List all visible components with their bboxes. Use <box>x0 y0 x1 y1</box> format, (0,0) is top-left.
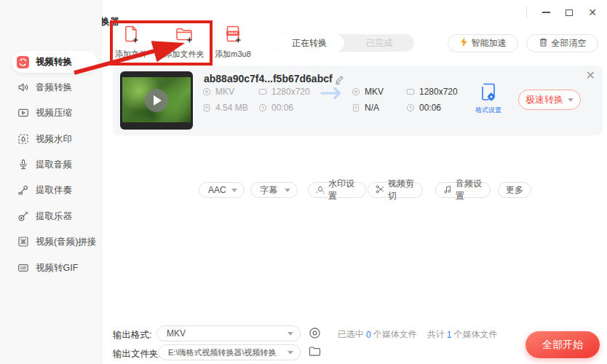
chevron-down-icon <box>285 189 290 192</box>
chevron-down-icon <box>568 98 574 102</box>
transfer-arrow-icon <box>320 86 343 103</box>
extract-instrument-icon <box>17 210 29 223</box>
video-cut-button[interactable]: 视频剪切 <box>368 182 423 198</box>
tab-completed[interactable]: 已完成 <box>344 34 414 52</box>
open-folder-icon[interactable] <box>309 346 321 360</box>
subtitle-dropdown[interactable]: 字幕 <box>250 182 298 198</box>
format-target-icon[interactable] <box>309 327 321 342</box>
quick-convert-label: 极速转换 <box>525 93 563 106</box>
video-cut-label: 视频剪切 <box>388 178 415 202</box>
chevron-down-icon <box>231 189 237 192</box>
sidebar-item-video-audio-merge[interactable]: 视频(音频)拼接 <box>12 231 98 253</box>
output-format-dropdown[interactable]: MKV <box>156 325 301 341</box>
play-button[interactable] <box>145 89 168 112</box>
lightning-icon <box>460 37 468 50</box>
queue-tabs: 正在转换 已完成 <box>274 34 414 52</box>
sidebar: 视频转换 音频转换 视频压缩 视频水印 <box>0 0 102 364</box>
source-size-value: 4.54 MB <box>215 103 248 113</box>
audio-settings-label: 音频设置 <box>456 178 483 202</box>
watermark-settings-button[interactable]: 水印设置 <box>308 182 366 198</box>
output-folder-value: E:\嗨格式视频转换器\视频转换 <box>168 347 277 358</box>
video-watermark-icon <box>17 133 29 146</box>
minimize-button[interactable] <box>537 4 555 20</box>
clear-all-label: 全部清空 <box>552 37 587 50</box>
source-duration: 00:06 <box>258 103 293 113</box>
audio-track-dropdown[interactable]: AAC <box>199 182 245 198</box>
target-resolution: 1280x720 <box>406 87 458 97</box>
sidebar-item-label: 音频转换 <box>36 82 72 94</box>
chevron-down-icon <box>287 332 293 336</box>
sidebar-item-video-convert[interactable]: 视频转换 <box>12 51 98 73</box>
file-counts: 已选中 0 个媒体文件 共计 1 个媒体文件 <box>338 328 497 341</box>
sidebar-item-video-compress[interactable]: 视频压缩 <box>12 102 98 124</box>
video-convert-icon <box>17 56 29 68</box>
target-duration-value: 00:06 <box>419 103 441 113</box>
sidebar-item-label: 视频压缩 <box>36 107 72 119</box>
subtitle-value: 字幕 <box>260 184 277 197</box>
sidebar-item-video-watermark[interactable]: 视频水印 <box>12 128 98 150</box>
target-duration: 00:06 <box>406 103 441 113</box>
add-file-button[interactable]: 添加文件 <box>106 25 156 60</box>
format-settings-icon <box>481 83 496 104</box>
format-settings-label: 格式设置 <box>475 106 501 115</box>
more-label: 更多 <box>506 184 523 197</box>
audio-settings-button[interactable]: 音频设置 <box>435 182 491 198</box>
source-size: 4.54 MB <box>202 103 248 113</box>
add-folder-icon <box>175 25 194 47</box>
extract-audio-icon <box>17 159 29 171</box>
sidebar-item-video-to-gif[interactable]: GIF 视频转GIF <box>12 257 98 279</box>
audio-track-value: AAC <box>208 185 226 195</box>
sidebar-item-label: 视频转GIF <box>36 262 78 274</box>
maximize-icon <box>566 9 573 16</box>
video-audio-merge-icon <box>17 236 29 248</box>
tab-converting[interactable]: 正在转换 <box>274 34 344 52</box>
video-thumbnail[interactable] <box>120 71 193 130</box>
source-resolution-value: 1280x720 <box>271 87 310 97</box>
selected-count: 0 <box>366 330 371 340</box>
output-folder-label: 输出文件夹: <box>113 348 161 360</box>
sidebar-item-label: 视频转换 <box>36 56 72 68</box>
close-icon: ✕ <box>588 7 597 17</box>
source-format: MKV <box>202 87 234 97</box>
sidebar-item-label: 视频(音频)拼接 <box>36 236 96 248</box>
output-format-value: MKV <box>167 328 186 339</box>
video-compress-icon <box>17 107 29 119</box>
trash-icon <box>539 37 548 50</box>
total-suffix: 个媒体文件 <box>453 328 497 341</box>
video-to-gif-icon: GIF <box>17 262 29 274</box>
play-icon <box>154 95 162 106</box>
output-folder-dropdown[interactable]: E:\嗨格式视频转换器\视频转换 <box>158 344 301 360</box>
add-file-label: 添加文件 <box>115 49 147 60</box>
close-button[interactable]: ✕ <box>584 4 601 20</box>
sidebar-item-extract-instrument[interactable]: 提取乐器 <box>12 205 98 227</box>
smart-accelerate-button[interactable]: 智能加速 <box>448 34 518 52</box>
sidebar-item-label: 提取伴奏 <box>36 184 72 197</box>
window-controls: ✕ <box>526 4 601 20</box>
music-note-icon <box>443 185 452 196</box>
add-file-icon <box>122 25 140 47</box>
source-duration-value: 00:06 <box>271 103 293 113</box>
sidebar-item-label: 视频水印 <box>36 133 72 146</box>
remove-file-icon[interactable]: ✕ <box>586 68 595 82</box>
format-settings-button[interactable]: 格式设置 <box>468 83 509 115</box>
add-m3u8-label: 添加m3u8 <box>215 49 251 60</box>
start-all-button[interactable]: 全部开始 <box>525 331 600 358</box>
sidebar-item-audio-convert[interactable]: 音频转换 <box>12 76 98 98</box>
clear-all-button[interactable]: 全部清空 <box>526 34 598 52</box>
total-count: 1 <box>447 330 452 340</box>
minimize-icon <box>542 12 550 13</box>
sidebar-item-extract-audio[interactable]: 提取音频 <box>12 154 98 175</box>
sidebar-item-extract-accompaniment[interactable]: 提取伴奏 <box>12 179 98 201</box>
smart-accelerate-label: 智能加速 <box>472 37 507 50</box>
add-m3u8-button[interactable]: M3U8 添加m3u8 <box>207 25 258 60</box>
watermark-settings-label: 水印设置 <box>328 178 358 202</box>
add-folder-button[interactable]: 添加文件夹 <box>159 25 210 60</box>
more-button[interactable]: 更多 <box>498 182 531 198</box>
titlebar-divider <box>526 7 527 18</box>
source-resolution: 1280x720 <box>258 87 310 97</box>
maximize-button[interactable] <box>560 4 578 20</box>
quick-convert-button[interactable]: 极速转换 <box>518 90 581 110</box>
sidebar-item-label: 提取音频 <box>36 159 72 171</box>
app-window: 嗨格式视频转换器 ✕ 视频转换 音频转换 <box>0 0 607 364</box>
extract-accompaniment-icon <box>17 184 29 197</box>
